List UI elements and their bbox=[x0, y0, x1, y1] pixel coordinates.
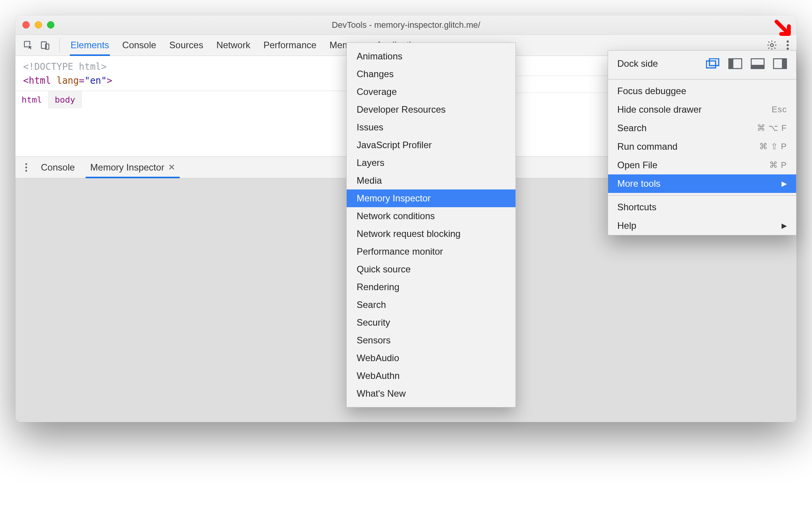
menu-item-more-tools[interactable]: More tools▶ bbox=[608, 174, 796, 193]
dock-bottom-icon[interactable] bbox=[751, 58, 765, 69]
svg-point-5 bbox=[787, 48, 789, 50]
menu-item-open-file[interactable]: Open File⌘ P bbox=[608, 156, 796, 174]
submenu-item-network-conditions[interactable]: Network conditions bbox=[347, 207, 516, 225]
submenu-item-performance-monitor[interactable]: Performance monitor bbox=[347, 243, 516, 260]
svg-rect-10 bbox=[709, 59, 719, 66]
traffic-lights bbox=[22, 21, 54, 29]
shortcut-label: ⌘ ⌥ F bbox=[757, 123, 787, 133]
shortcut-label: Esc bbox=[772, 105, 787, 115]
drawer-kebab-icon[interactable] bbox=[19, 157, 33, 178]
dom-tree[interactable]: <!DOCTYPE html> <html lang="en"> bbox=[15, 56, 376, 91]
close-window-button[interactable] bbox=[22, 21, 30, 29]
svg-point-8 bbox=[25, 170, 27, 172]
chevron-right-icon: ▶ bbox=[782, 221, 787, 230]
more-tools-submenu: AnimationsChangesCoverageDeveloper Resou… bbox=[346, 42, 516, 407]
submenu-item-javascript-profiler[interactable]: JavaScript Profiler bbox=[347, 136, 516, 154]
chevron-right-icon: ▶ bbox=[782, 179, 787, 188]
submenu-item-developer-resources[interactable]: Developer Resources bbox=[347, 101, 516, 118]
tab-sources[interactable]: Sources bbox=[169, 35, 203, 56]
drawer-tab-console[interactable]: Console bbox=[33, 157, 83, 178]
submenu-item-changes[interactable]: Changes bbox=[347, 65, 516, 83]
drawer-tab-memory-inspector[interactable]: Memory Inspector✕ bbox=[83, 157, 183, 178]
menu-item-help[interactable]: Help▶ bbox=[608, 216, 796, 235]
tab-performance[interactable]: Performance bbox=[263, 35, 316, 56]
submenu-item-search[interactable]: Search bbox=[347, 296, 516, 314]
svg-rect-12 bbox=[729, 59, 733, 69]
shortcut-label: ⌘ ⇧ P bbox=[759, 142, 787, 152]
svg-rect-14 bbox=[751, 65, 764, 69]
dock-undock-icon[interactable] bbox=[706, 58, 720, 69]
divider bbox=[608, 195, 796, 196]
submenu-item-memory-inspector[interactable]: Memory Inspector bbox=[347, 189, 516, 207]
svg-point-6 bbox=[25, 163, 27, 165]
menu-item-search[interactable]: Search⌘ ⌥ F bbox=[608, 119, 796, 137]
svg-point-7 bbox=[25, 166, 27, 168]
window-title: DevTools - memory-inspector.glitch.me/ bbox=[15, 20, 797, 30]
main-dropdown-menu: Dock side Focus debuggeeHide console dra… bbox=[608, 50, 797, 235]
settings-gear-icon[interactable] bbox=[767, 40, 777, 51]
divider bbox=[608, 79, 796, 79]
submenu-item-what-s-new[interactable]: What's New bbox=[347, 385, 516, 402]
svg-rect-9 bbox=[706, 61, 716, 68]
submenu-item-quick-source[interactable]: Quick source bbox=[347, 260, 516, 278]
doctype-node[interactable]: <!DOCTYPE html> bbox=[23, 61, 107, 72]
html-element-node[interactable]: <html lang="en"> bbox=[23, 74, 368, 88]
dom-breadcrumb: htmlbody bbox=[15, 91, 376, 108]
close-icon[interactable]: ✕ bbox=[168, 162, 175, 172]
dock-left-icon[interactable] bbox=[728, 58, 742, 69]
menu-item-hide-console-drawer[interactable]: Hide console drawerEsc bbox=[608, 100, 796, 119]
svg-point-4 bbox=[787, 44, 789, 46]
window-titlebar: DevTools - memory-inspector.glitch.me/ bbox=[15, 15, 797, 35]
tab-console[interactable]: Console bbox=[122, 35, 156, 56]
submenu-item-webauthn[interactable]: WebAuthn bbox=[347, 367, 516, 385]
submenu-item-layers[interactable]: Layers bbox=[347, 154, 516, 172]
tab-network[interactable]: Network bbox=[216, 35, 250, 56]
tab-elements[interactable]: Elements bbox=[71, 35, 109, 56]
breadcrumb-html[interactable]: html bbox=[15, 91, 49, 108]
dock-side-row: Dock side bbox=[608, 51, 796, 77]
kebab-menu-icon[interactable] bbox=[786, 40, 790, 51]
menu-item-focus-debuggee[interactable]: Focus debuggee bbox=[608, 82, 796, 100]
menu-item-run-command[interactable]: Run command⌘ ⇧ P bbox=[608, 137, 796, 156]
inspect-element-icon[interactable] bbox=[23, 40, 33, 50]
submenu-item-issues[interactable]: Issues bbox=[347, 118, 516, 136]
svg-rect-16 bbox=[782, 59, 787, 69]
maximize-window-button[interactable] bbox=[47, 21, 54, 29]
submenu-item-rendering[interactable]: Rendering bbox=[347, 278, 516, 296]
submenu-item-coverage[interactable]: Coverage bbox=[347, 83, 516, 101]
svg-point-2 bbox=[770, 44, 773, 46]
dock-side-label: Dock side bbox=[617, 58, 658, 69]
submenu-item-sensors[interactable]: Sensors bbox=[347, 331, 516, 349]
red-arrow-annotation bbox=[773, 18, 796, 41]
submenu-item-network-request-blocking[interactable]: Network request blocking bbox=[347, 225, 516, 243]
breadcrumb-body[interactable]: body bbox=[49, 91, 82, 108]
submenu-item-security[interactable]: Security bbox=[347, 314, 516, 331]
minimize-window-button[interactable] bbox=[35, 21, 42, 29]
submenu-item-webaudio[interactable]: WebAudio bbox=[347, 349, 516, 367]
submenu-item-media[interactable]: Media bbox=[347, 172, 516, 189]
device-toggle-icon[interactable] bbox=[40, 40, 50, 50]
divider bbox=[59, 38, 60, 52]
menu-item-shortcuts[interactable]: Shortcuts bbox=[608, 198, 796, 216]
shortcut-label: ⌘ P bbox=[769, 160, 787, 170]
submenu-item-animations[interactable]: Animations bbox=[347, 47, 516, 65]
dock-right-icon[interactable] bbox=[773, 58, 787, 69]
